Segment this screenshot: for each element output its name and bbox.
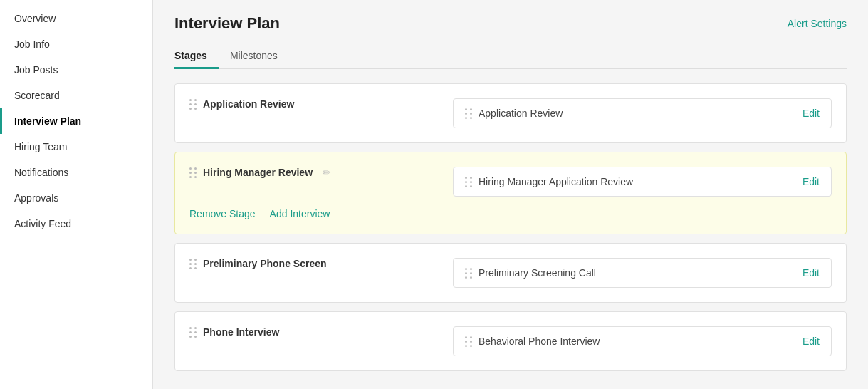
sidebar-item-activity-feed[interactable]: Activity Feed [0,211,152,237]
sidebar-item-scorecard[interactable]: Scorecard [0,83,152,108]
interview-drag-handle-icon[interactable] [465,268,473,279]
interview-name: Behavioral Phone Interview [479,336,600,347]
interview-edit-link[interactable]: Edit [802,108,820,119]
interview-item: Preliminary Screening CallEdit [453,258,832,288]
interview-edit-link[interactable]: Edit [802,267,820,279]
drag-handle-icon[interactable] [189,167,197,178]
interview-drag-handle-icon[interactable] [465,336,473,347]
remove-stage-link[interactable]: Remove Stage [189,208,256,219]
main-header: Interview Plan Alert Settings [174,14,847,33]
add-interview-link[interactable]: Add Interview [270,208,330,219]
stage-name-phone-interview: Phone Interview [203,326,279,338]
sidebar: OverviewJob InfoJob PostsScorecardInterv… [0,0,153,389]
interview-drag-handle-icon[interactable] [465,108,473,119]
stage-left-phone-interview: Phone Interview [189,326,439,338]
interview-drag-handle-icon[interactable] [465,177,473,187]
stage-card-phone-interview: Phone InterviewBehavioral Phone Intervie… [174,311,847,371]
page-title: Interview Plan [174,14,280,33]
stage-left-application-review: Application Review [189,98,439,110]
edit-stage-name-icon[interactable]: ✏ [323,167,331,178]
interview-edit-link[interactable]: Edit [802,176,820,187]
interview-item: Hiring Manager Application ReviewEdit [453,167,832,197]
stage-left-hiring-manager-review: Hiring Manager Review✏ [189,167,439,178]
stage-actions-hiring-manager-review: Remove StageAdd Interview [189,208,832,219]
interview-name: Hiring Manager Application Review [479,176,633,187]
sidebar-item-interview-plan[interactable]: Interview Plan [0,108,152,134]
interview-edit-link[interactable]: Edit [802,336,820,347]
stage-card-hiring-manager-review: Hiring Manager Review✏Hiring Manager App… [174,152,847,234]
tabs-container: StagesMilestones [174,44,847,69]
sidebar-item-notifications[interactable]: Notifications [0,160,152,185]
interview-item-left: Preliminary Screening Call [465,267,596,279]
interview-item-left: Hiring Manager Application Review [465,176,633,187]
stages-list: Application ReviewApplication ReviewEdit… [174,83,847,371]
stage-card-application-review: Application ReviewApplication ReviewEdit [174,83,847,143]
main-content: Interview Plan Alert Settings StagesMile… [153,0,868,389]
stage-name-preliminary-phone-screen: Preliminary Phone Screen [203,258,327,269]
interview-item-left: Application Review [465,108,563,119]
interview-name: Application Review [479,108,563,119]
interview-item: Application ReviewEdit [453,98,832,128]
interview-item-left: Behavioral Phone Interview [465,336,600,347]
alert-settings-link[interactable]: Alert Settings [788,18,847,29]
stage-right-application-review: Application ReviewEdit [453,98,832,128]
stage-card-preliminary-phone-screen: Preliminary Phone ScreenPreliminary Scre… [174,243,847,303]
stage-left-preliminary-phone-screen: Preliminary Phone Screen [189,258,439,269]
stage-right-preliminary-phone-screen: Preliminary Screening CallEdit [453,258,832,288]
tab-milestones[interactable]: Milestones [230,44,289,69]
stage-name-hiring-manager-review: Hiring Manager Review [203,167,313,178]
interview-name: Preliminary Screening Call [479,267,596,279]
stage-name-application-review: Application Review [203,98,294,110]
stage-right-hiring-manager-review: Hiring Manager Application ReviewEdit [453,167,832,197]
sidebar-item-approvals[interactable]: Approvals [0,185,152,211]
sidebar-item-job-posts[interactable]: Job Posts [0,57,152,83]
interview-item: Behavioral Phone InterviewEdit [453,326,832,356]
drag-handle-icon[interactable] [189,99,197,110]
drag-handle-icon[interactable] [189,259,197,269]
sidebar-item-overview[interactable]: Overview [0,6,152,31]
tab-stages[interactable]: Stages [174,44,219,69]
sidebar-item-job-info[interactable]: Job Info [0,31,152,57]
drag-handle-icon[interactable] [189,327,197,338]
stage-right-phone-interview: Behavioral Phone InterviewEdit [453,326,832,356]
sidebar-item-hiring-team[interactable]: Hiring Team [0,134,152,160]
